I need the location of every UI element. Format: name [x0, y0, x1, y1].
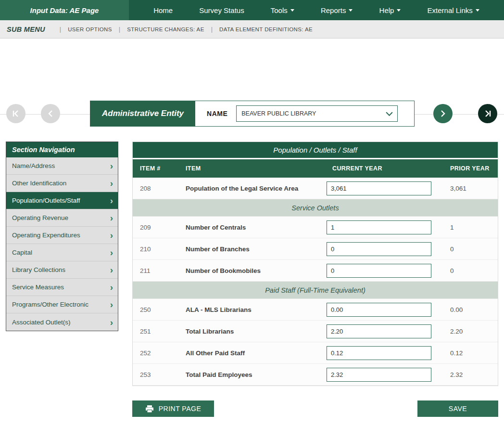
sidebar-item-label: Operating Revenue	[12, 214, 68, 221]
table-section-band: Paid Staff (Full-Time Equivalent)	[133, 282, 498, 299]
current-year-input[interactable]	[327, 324, 431, 338]
prior-year-value: 1	[443, 224, 498, 231]
print-page-button[interactable]: PRINT PAGE	[132, 400, 214, 417]
entity-header-zone: Administrative Entity NAME BEAVER PUBLIC…	[0, 39, 504, 115]
chevron-right-icon: ›	[110, 161, 113, 170]
entity-name-value: BEAVER PUBLIC LIBRARY	[241, 110, 316, 117]
sidebar-item-label: Service Measures	[12, 284, 64, 291]
nav-menu-item[interactable]: Survey Status	[192, 0, 251, 20]
first-record-button[interactable]	[6, 104, 25, 123]
item-label: Total Paid Employees	[178, 371, 325, 378]
first-page-icon	[11, 109, 21, 118]
item-number: 250	[133, 306, 178, 313]
nav-menu-item[interactable]: Home	[147, 0, 179, 20]
current-year-input[interactable]	[327, 368, 431, 382]
sidebar-item-label: Other Identification	[12, 180, 66, 187]
item-number: 209	[133, 224, 178, 231]
previous-record-button[interactable]	[41, 104, 60, 123]
print-page-label: PRINT PAGE	[159, 405, 202, 413]
entity-name-select[interactable]: BEAVER PUBLIC LIBRARY	[236, 105, 398, 122]
sidebar-item-label: Name/Address	[12, 162, 55, 169]
nav-menu-item-label: Home	[153, 6, 173, 14]
sidebar-item-label: Operating Expenditures	[12, 232, 80, 239]
item-number: 252	[133, 349, 178, 357]
save-button[interactable]: SAVE	[417, 400, 498, 417]
item-label: Number of Bookmobiles	[178, 267, 325, 274]
table-row: 211 Number of Bookmobiles 0	[133, 260, 498, 282]
sub-menu-item[interactable]: STRUCTURE CHANGES: AE	[127, 26, 204, 32]
sidebar-item[interactable]: Capital ›	[6, 244, 118, 261]
sidebar-item[interactable]: Library Collections ›	[6, 261, 118, 279]
sidebar-item[interactable]: Population/Outlets/Staff ›	[6, 192, 118, 209]
sidebar-item[interactable]: Associated Outlet(s) ›	[6, 313, 118, 331]
entity-type-title: Administrative Entity	[90, 101, 195, 126]
chevron-right-icon: ›	[110, 231, 113, 240]
sidebar-item[interactable]: Service Measures ›	[6, 279, 118, 296]
current-year-input[interactable]	[327, 181, 431, 195]
chevron-right-icon: ›	[110, 300, 113, 309]
table-row: 252 All Other Paid Staff 0.12	[133, 342, 498, 364]
sidebar-item[interactable]: Operating Revenue ›	[6, 209, 118, 227]
sub-menu-separator: |	[119, 26, 120, 33]
sub-menu-separator: |	[60, 26, 61, 33]
current-year-input[interactable]	[327, 264, 431, 278]
col-current-year: CURRENT YEAR	[325, 165, 443, 172]
next-record-button[interactable]	[433, 104, 453, 123]
item-number: 208	[133, 185, 178, 192]
sidebar-item-label: Population/Outlets/Staff	[12, 197, 80, 204]
prior-year-value: 0.12	[443, 349, 498, 357]
top-navbar: Input Data: AE Page Home Survey Status T…	[0, 0, 504, 20]
sidebar-item-label: Library Collections	[12, 266, 65, 273]
sidebar-item[interactable]: Programs/Other Electronic ›	[6, 296, 118, 313]
section-navigation-list: Name/Address › Other Identification › Po…	[6, 157, 118, 331]
printer-icon	[145, 405, 154, 413]
sub-menu-item[interactable]: USER OPTIONS	[68, 26, 112, 32]
main-content: Section Navigation Name/Address › Other …	[0, 115, 504, 417]
item-label: Number of Centrals	[178, 224, 325, 231]
sidebar-item[interactable]: Other Identification ›	[6, 175, 118, 192]
current-year-input[interactable]	[327, 303, 431, 317]
last-record-button[interactable]	[478, 104, 497, 123]
sidebar-item-label: Associated Outlet(s)	[12, 319, 71, 326]
nav-menu-item-label: Tools	[271, 6, 288, 14]
item-number: 211	[133, 267, 178, 274]
sidebar-item[interactable]: Operating Expenditures ›	[6, 227, 118, 244]
chevron-right-icon: ›	[110, 179, 113, 188]
table-row: 208 Population of the Legal Service Area…	[133, 178, 498, 199]
last-page-icon	[483, 109, 492, 118]
chevron-right-icon: ›	[110, 196, 113, 205]
nav-menu-item[interactable]: Reports	[314, 0, 360, 20]
nav-menu-item[interactable]: External Links	[421, 0, 486, 20]
entity-selector-box: Administrative Entity NAME BEAVER PUBLIC…	[90, 101, 415, 127]
action-buttons-row: PRINT PAGE SAVE	[132, 400, 498, 417]
sidebar-item[interactable]: Name/Address ›	[6, 157, 118, 175]
sub-menu-items: | USER OPTIONS | STRUCTURE CHANGES: AE |…	[53, 26, 313, 33]
chevron-right-icon	[438, 109, 448, 118]
table-row: 210 Number of Branches 0	[133, 238, 498, 260]
chevron-down-icon	[385, 110, 393, 118]
chevron-right-icon: ›	[110, 318, 113, 327]
table-title: Population / Outlets / Staff	[133, 142, 498, 158]
current-year-input[interactable]	[327, 220, 431, 234]
current-year-input[interactable]	[327, 242, 431, 256]
nav-menu-item[interactable]: Help	[373, 0, 408, 20]
item-label: Total Librarians	[178, 328, 325, 335]
sub-menu-label: SUB MENU	[7, 26, 45, 33]
item-label: All Other Paid Staff	[178, 349, 325, 357]
item-number: 253	[133, 371, 178, 378]
table-rows: 208 Population of the Legal Service Area…	[133, 178, 498, 386]
sidebar-item-label: Capital	[12, 249, 32, 256]
col-item: ITEM	[178, 165, 325, 172]
table-row: 209 Number of Centrals 1	[133, 217, 498, 238]
prior-year-value: 0	[443, 245, 498, 253]
active-page-tab[interactable]: Input Data: AE Page	[0, 0, 129, 20]
sub-menu-item[interactable]: DATA ELEMENT DEFINITIONS: AE	[219, 26, 313, 32]
prior-year-value: 0	[443, 267, 498, 274]
current-year-input[interactable]	[327, 346, 431, 360]
section-band-label: Service Outlets	[291, 204, 339, 212]
prior-year-value: 0.00	[443, 306, 498, 313]
nav-menu-item[interactable]: Tools	[264, 0, 301, 20]
data-entry-area: Population / Outlets / Staff ITEM # ITEM…	[132, 142, 498, 417]
nav-menu-item-label: External Links	[428, 6, 473, 14]
name-label: NAME	[195, 101, 236, 126]
